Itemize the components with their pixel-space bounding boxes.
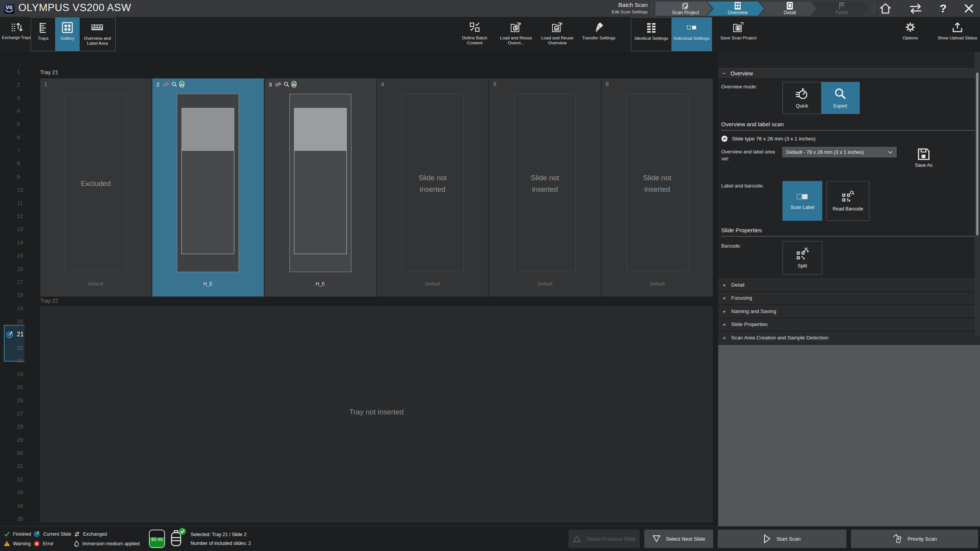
tray-row-16[interactable]: 16	[0, 262, 24, 275]
tray-row-13[interactable]: 13	[0, 223, 24, 236]
start-scan-button[interactable]: Start Scan	[718, 530, 846, 548]
exchange-trays-button[interactable]: Exchange Trays	[0, 17, 33, 52]
priority-scan-button[interactable]: Priority Scan	[851, 530, 978, 548]
right-panel-scrollbar[interactable]	[975, 52, 980, 336]
tray-row-8[interactable]: 8	[0, 157, 24, 170]
tray-row-11[interactable]: 11	[0, 196, 24, 209]
slide-panel-2[interactable]: 2 H_E	[152, 78, 263, 297]
tray-row-14[interactable]: 14	[0, 236, 24, 249]
collapsed-section-row[interactable]: + Detail	[718, 279, 980, 292]
tray-row-1[interactable]: 1	[0, 65, 24, 78]
tray-row-15[interactable]: 15	[0, 249, 24, 262]
tray-row-32[interactable]: 32	[0, 473, 24, 486]
slide-glass-preview[interactable]	[289, 94, 351, 272]
bottle-ok-check-icon	[179, 528, 186, 535]
slide-settings-label: Default	[377, 281, 488, 287]
define-batch-content-button[interactable]: Define Batch Content	[456, 17, 494, 51]
save-scan-project-button[interactable]: Save Scan Project	[717, 17, 760, 52]
gallery-view-button[interactable]: Gallery	[55, 18, 79, 51]
slide-glass-preview[interactable]	[177, 94, 239, 272]
step-detail[interactable]: Detail	[760, 2, 816, 16]
tray-row-20[interactable]: 20	[0, 315, 24, 328]
tray-row-22[interactable]: 22	[0, 341, 24, 354]
tray-row-24[interactable]: 24	[0, 367, 24, 380]
select-next-slide-button[interactable]: Select Next Slide	[644, 530, 713, 548]
overview-label-area-button[interactable]: Overview and Label Area	[80, 18, 115, 51]
tray-row-33[interactable]: 33	[0, 486, 24, 499]
step-overview[interactable]: Overview	[707, 2, 764, 16]
tray-row-35[interactable]: 35	[0, 512, 24, 525]
close-icon[interactable]	[963, 3, 975, 14]
collapse-circle-icon[interactable]	[721, 135, 728, 142]
tray-row-34[interactable]: 34	[0, 499, 24, 512]
included-slides-text: Number of included slides: 2	[191, 541, 251, 546]
tray-row-5[interactable]: 5	[0, 117, 24, 130]
tray-row-31[interactable]: 31	[0, 460, 24, 473]
tray-row-25[interactable]: 25	[0, 380, 24, 393]
slide-panel-1[interactable]: 1 Excluded Default	[40, 78, 151, 297]
collapsed-section-row[interactable]: + Naming and Saving	[718, 305, 980, 318]
identical-settings-button[interactable]: Identical Settings	[631, 18, 671, 51]
switch-exchange-icon[interactable]	[908, 2, 923, 15]
tray-row-4[interactable]: 4	[0, 104, 24, 117]
slide-panel-5[interactable]: 5 Slide not inserted Default	[489, 78, 600, 297]
slide-header: 3	[269, 81, 297, 88]
tray-row-28[interactable]: 28	[0, 420, 24, 433]
collapsed-section-row[interactable]: + Slide Properties	[718, 318, 980, 332]
tray-row-2[interactable]: 2	[0, 78, 24, 91]
trays-view-button[interactable]: Trays	[31, 18, 55, 51]
tray-row-7[interactable]: 7	[0, 143, 24, 156]
tray-row-19[interactable]: 19	[0, 302, 24, 315]
area-set-dropdown[interactable]: Default - 76 x 26 mm (3 x 1 inches)	[782, 147, 897, 157]
collapsed-section-row[interactable]: + Focusing	[718, 292, 980, 305]
tray22-panel: Tray not inserted	[40, 306, 713, 522]
show-upload-status-button[interactable]: Show Upload Status	[937, 17, 978, 52]
slide-panel-6[interactable]: 6 Slide not inserted Default	[602, 78, 713, 297]
tray-row-6[interactable]: 6	[0, 130, 24, 143]
slide-state-text: Slide not inserted	[489, 170, 600, 197]
slide-panel-4[interactable]: 4 Slide not inserted Default	[377, 78, 488, 297]
exchange-trays-label: Exchange Trays	[2, 35, 31, 40]
triangle-down-icon	[652, 535, 661, 543]
transfer-settings-button[interactable]: Transfer Settings	[580, 17, 618, 51]
load-reuse-overview-2-button[interactable]: Load and Reuse Overview	[538, 17, 577, 51]
tray-row-9[interactable]: 9	[0, 170, 24, 183]
scrollbar-thumb[interactable]	[976, 73, 978, 235]
tray-row-26[interactable]: 26	[0, 394, 24, 407]
tray-row-29[interactable]: 29	[0, 433, 24, 446]
home-icon[interactable]	[879, 2, 892, 15]
slide-type-row[interactable]: Slide type 76 x 26 mm (3 x 1 inches)	[718, 130, 980, 143]
step-scan-project[interactable]: Scan Project	[655, 2, 712, 16]
expert-mode-button[interactable]: Expert	[821, 82, 859, 114]
save-as-button[interactable]: Save As	[915, 147, 933, 168]
tray-row-27[interactable]: 27	[0, 407, 24, 420]
slide-panel-3[interactable]: 3 H_E	[265, 78, 376, 297]
tray-row-10[interactable]: 10	[0, 183, 24, 196]
collapsed-section-row[interactable]: + Scan Area Creation and Sample Detectio…	[718, 331, 980, 345]
help-icon[interactable]: ?	[939, 2, 946, 15]
options-button[interactable]: Options	[895, 17, 926, 52]
slide-specimen-area[interactable]	[181, 151, 234, 254]
scan-label-button[interactable]: Scan Label	[782, 181, 822, 221]
tray-row-23[interactable]: 23	[0, 354, 24, 367]
gallery-area: Tray 21 1 Excluded Default 2	[24, 52, 718, 526]
slide-specimen-area[interactable]	[294, 151, 347, 254]
gallery-view-label: Gallery	[60, 36, 74, 41]
quick-mode-button[interactable]: Quick	[783, 82, 821, 114]
options-label: Options	[903, 36, 918, 41]
slide-label-area[interactable]	[181, 108, 234, 151]
select-previous-slide-button[interactable]: Select Previous Slide	[568, 530, 640, 548]
load-reuse-overview-1-button[interactable]: Load and Reuse Overvi...	[497, 17, 535, 51]
tray-row-21[interactable]: 21	[0, 328, 24, 341]
tray-row-30[interactable]: 30	[0, 446, 24, 459]
title-bar: VS OLYMPUS VS200 ASW Batch Scan Edit Sca…	[0, 0, 980, 17]
overview-section-header[interactable]: − Overview	[718, 68, 980, 79]
tray-row-18[interactable]: 18	[0, 289, 24, 302]
split-barcode-button[interactable]: Split	[782, 241, 822, 275]
tray-row-3[interactable]: 3	[0, 91, 24, 104]
tray-row-17[interactable]: 17	[0, 275, 24, 288]
slide-label-area[interactable]	[294, 108, 347, 151]
individual-settings-button[interactable]: Individual Settings	[671, 18, 712, 51]
tray-row-12[interactable]: 12	[0, 209, 24, 222]
read-barcode-button[interactable]: Read Barcode	[826, 181, 869, 221]
